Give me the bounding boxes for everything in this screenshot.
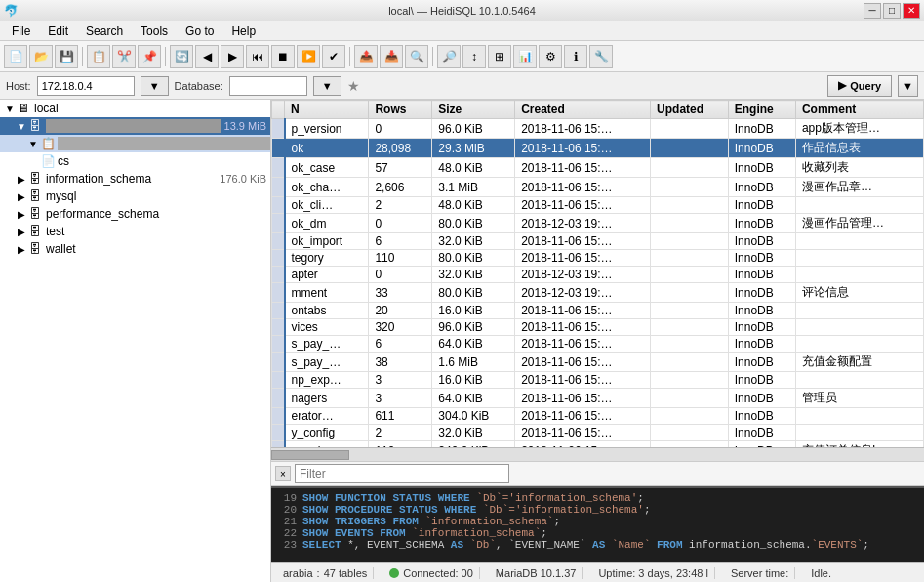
- export-btn[interactable]: 📤: [354, 45, 378, 68]
- back-btn[interactable]: ◀: [195, 45, 219, 68]
- forward-btn[interactable]: ▶: [221, 45, 244, 68]
- table-row[interactable]: p_version096.0 KiB2018-11-06 15:…InnoDBa…: [272, 119, 924, 139]
- first-btn[interactable]: ⏮: [246, 45, 269, 68]
- scrollbar-thumb[interactable]: [271, 450, 349, 460]
- col-rows[interactable]: Rows: [369, 101, 432, 119]
- query-button[interactable]: ▶ Query: [827, 75, 892, 97]
- row-marker-cell: [272, 214, 285, 233]
- minimize-button[interactable]: ─: [864, 3, 881, 19]
- table-row[interactable]: y_config232.0 KiB2018-11-06 15:…InnoDB: [272, 425, 924, 441]
- col-name[interactable]: N: [285, 101, 369, 119]
- table-row[interactable]: apter032.0 KiB2018-12-03 19:…InnoDB: [272, 267, 924, 283]
- horizontal-scrollbar[interactable]: [271, 447, 924, 461]
- tree-item-wallet[interactable]: ▶ 🗄 wallet: [0, 240, 270, 258]
- run-btn[interactable]: ▶️: [297, 45, 320, 68]
- tree-item-cs[interactable]: 📄 cs: [0, 152, 270, 170]
- tools-btn[interactable]: 🔧: [589, 45, 613, 68]
- col-engine[interactable]: Engine: [728, 101, 795, 119]
- db-input[interactable]: [229, 76, 307, 96]
- query-extra-btn[interactable]: ▼: [898, 75, 918, 97]
- new-btn[interactable]: 📄: [4, 45, 27, 68]
- menu-edit[interactable]: Edit: [40, 22, 76, 40]
- tree-item-perf[interactable]: ▶ 🗄 performance_schema: [0, 205, 270, 223]
- table-row[interactable]: erator…611304.0 KiB2018-11-06 15:…InnoDB: [272, 408, 924, 425]
- search-tb-btn[interactable]: 🔍: [405, 45, 428, 68]
- table-row[interactable]: ok_case5748.0 KiB2018-11-06 15:…InnoDB收藏…: [272, 158, 924, 178]
- table-row[interactable]: mment3380.0 KiB2018-12-03 19:…InnoDB评论信息: [272, 283, 924, 303]
- table-icon-sub: 📋: [41, 137, 55, 150]
- cell-name: mment: [285, 283, 369, 303]
- cell-name: np_exp…: [285, 372, 369, 389]
- filter-btn[interactable]: 🔎: [437, 45, 461, 68]
- table-row[interactable]: s_pay_…664.0 KiB2018-11-06 15:…InnoDB: [272, 336, 924, 353]
- toolbar: 📄 📂 💾 📋 ✂️ 📌 🔄 ◀ ▶ ⏮ ⏹ ▶️ ✔ 📤 📥 🔍 🔎 ↕ ⊞ …: [0, 41, 924, 72]
- menu-search[interactable]: Search: [78, 22, 131, 40]
- table-row[interactable]: s_pay_…381.6 MiB2018-11-06 15:…InnoDB充值金…: [272, 353, 924, 372]
- chart-btn[interactable]: 📊: [513, 45, 537, 68]
- maximize-button[interactable]: □: [883, 3, 901, 19]
- filter-icon: 🔎: [442, 50, 457, 63]
- table-area[interactable]: N Rows Size Created Updated Engine Comme…: [271, 100, 924, 447]
- cell-rows: 110: [369, 250, 432, 267]
- filter-close-btn[interactable]: ×: [275, 466, 291, 481]
- cell-created: 2018-11-06 15:…: [515, 178, 651, 197]
- col-size[interactable]: Size: [432, 101, 515, 119]
- table-row[interactable]: nagers364.0 KiB2018-11-06 15:…InnoDB管理员: [272, 389, 924, 408]
- sort-btn[interactable]: ↕: [462, 45, 486, 68]
- bookmark-star[interactable]: ★: [347, 78, 360, 94]
- col-comment[interactable]: Comment: [795, 101, 923, 119]
- cell-engine: InnoDB: [728, 353, 795, 372]
- col-created[interactable]: Created: [515, 101, 651, 119]
- save-btn[interactable]: 💾: [55, 45, 78, 68]
- table-row[interactable]: tegory11080.0 KiB2018-11-06 15:…InnoDB: [272, 250, 924, 267]
- db-connect-btn[interactable]: ▼: [313, 76, 341, 96]
- table-row[interactable]: ok_cha…2,6063.1 MiB2018-11-06 15:…InnoDB…: [272, 178, 924, 197]
- tree-label-mysql: mysql: [46, 189, 270, 203]
- row-marker-cell: [272, 139, 285, 158]
- cell-rows: 2: [369, 425, 432, 441]
- import-btn[interactable]: 📥: [380, 45, 403, 68]
- menu-tools[interactable]: Tools: [133, 22, 176, 40]
- title-bar-left: 🐬: [4, 4, 19, 18]
- close-button[interactable]: ✕: [903, 3, 920, 19]
- tree-item-local[interactable]: ▼ 🖥 local: [0, 100, 270, 117]
- open-btn[interactable]: 📂: [29, 45, 53, 68]
- table-row[interactable]: ok_dm080.0 KiB2018-12-03 19:…InnoDB漫画作品管…: [272, 214, 924, 233]
- menu-help[interactable]: Help: [223, 22, 263, 40]
- cut-btn[interactable]: ✂️: [112, 45, 136, 68]
- table-row[interactable]: ok28,09829.3 MiB2018-11-06 15:…InnoDB作品信…: [272, 139, 924, 158]
- grid-btn[interactable]: ⊞: [488, 45, 511, 68]
- tree-item-db0-sub[interactable]: ▼ 📋 ██: [0, 135, 270, 152]
- host-connect-btn[interactable]: ▼: [141, 76, 169, 96]
- stop-btn[interactable]: ⏹: [271, 45, 295, 68]
- cell-comment: 充值金额配置: [795, 353, 923, 372]
- scrollbar-track[interactable]: [271, 449, 924, 461]
- paste-btn[interactable]: 📌: [138, 45, 161, 68]
- refresh-btn[interactable]: 🔄: [170, 45, 193, 68]
- status-connected: Connected: 00: [403, 567, 473, 579]
- menu-goto[interactable]: Go to: [178, 22, 221, 40]
- filter-input[interactable]: [295, 464, 509, 483]
- db-icon-mysql: 🗄: [29, 189, 43, 203]
- cell-engine: InnoDB: [728, 250, 795, 267]
- menu-file[interactable]: File: [4, 22, 38, 40]
- col-updated[interactable]: Updated: [651, 101, 729, 119]
- table-row[interactable]: np_exp…316.0 KiB2018-11-06 15:…InnoDB: [272, 372, 924, 389]
- settings-btn[interactable]: ⚙: [539, 45, 562, 68]
- cell-comment: 评论信息: [795, 283, 923, 303]
- host-input[interactable]: [37, 76, 135, 96]
- tree-item-mysql[interactable]: ▶ 🗄 mysql: [0, 187, 270, 205]
- tree-item-test[interactable]: ▶ 🗄 test: [0, 223, 270, 240]
- table-row[interactable]: ontabs2016.0 KiB2018-11-06 15:…InnoDB: [272, 303, 924, 319]
- table-row[interactable]: ok_import632.0 KiB2018-11-06 15:…InnoDB: [272, 233, 924, 250]
- tools-icon: 🔧: [594, 50, 609, 63]
- table-row[interactable]: ok_cli…248.0 KiB2018-11-06 15:…InnoDB: [272, 197, 924, 214]
- tree-item-db0[interactable]: ▼ 🗄 ████ 13.9 MiB: [0, 117, 270, 135]
- copy-btn[interactable]: 📋: [87, 45, 110, 68]
- info-btn[interactable]: ℹ: [564, 45, 587, 68]
- check-btn[interactable]: ✔: [322, 45, 345, 68]
- tree-item-info[interactable]: ▶ 🗄 information_schema 176.0 KiB: [0, 170, 270, 187]
- table-row[interactable]: vices32096.0 KiB2018-11-06 15:…InnoDB: [272, 319, 924, 336]
- window-title: local\ — HeidiSQL 10.1.0.5464: [388, 5, 536, 17]
- stop-icon: ⏹: [277, 50, 289, 63]
